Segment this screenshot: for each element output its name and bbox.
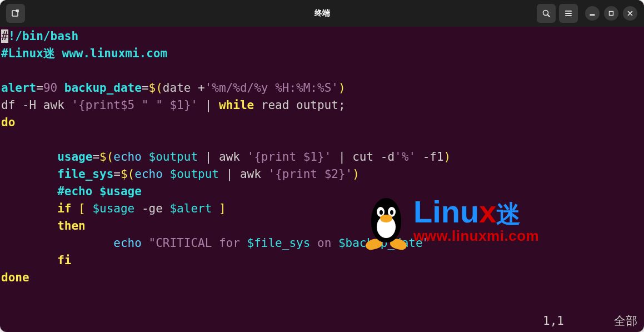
close-icon	[627, 10, 633, 17]
var-file-sys: $file_sys	[247, 236, 311, 250]
cmd-date: date +	[163, 81, 205, 95]
code-line-13: echo "CRITICAL for $file_sys on $backup_…	[1, 235, 643, 252]
minimize-button[interactable]	[585, 6, 600, 21]
search-button[interactable]	[537, 4, 556, 23]
awk-string: '{print $2}'	[268, 167, 353, 181]
read-output: read output;	[254, 98, 345, 112]
indent	[1, 254, 57, 267]
code-line-10: #echo $usage	[1, 183, 643, 200]
code-line-1: #!/bin/bash	[1, 28, 643, 45]
cut-f1: -f1	[416, 150, 444, 163]
svg-rect-3	[565, 11, 572, 12]
indent	[1, 202, 57, 215]
eq: =	[36, 81, 43, 95]
code-line-6: do	[1, 114, 643, 131]
svg-rect-6	[590, 14, 595, 16]
code-line-15: done	[1, 269, 643, 286]
indent	[1, 167, 57, 181]
kw-fi: fi	[57, 254, 71, 267]
cmd-echo: echo	[134, 167, 169, 181]
minimize-icon	[589, 10, 596, 17]
str-close: "	[423, 236, 430, 250]
code-line-9: file_sys=$(echo $output | awk '{print $2…	[1, 166, 643, 183]
new-tab-button[interactable]	[6, 4, 25, 23]
code-line-11: if [ $usage -ge $alert ]	[1, 200, 643, 217]
pipe: |	[198, 98, 219, 112]
code-line-8: usage=$(echo $output | awk '{print $1}' …	[1, 148, 643, 166]
terminal-viewport[interactable]: #!/bin/bash #Linux迷 www.linuxmi.com aler…	[0, 27, 644, 332]
search-icon	[542, 9, 551, 18]
svg-rect-7	[610, 12, 613, 16]
hamburger-icon	[564, 9, 573, 18]
code-line-5: df -H awk '{print$5 " " $1}' | while rea…	[1, 97, 643, 114]
svg-point-1	[543, 11, 548, 16]
sub-open: $(	[121, 167, 134, 181]
cursor-position: 1,1	[543, 313, 564, 330]
maximize-icon	[608, 10, 615, 17]
var-alert: alert	[1, 81, 36, 95]
pipe-cut: | cut -d	[331, 150, 395, 163]
var-backup-date: $backup_date	[338, 236, 423, 250]
new-tab-icon	[11, 9, 20, 18]
pipe-awk: | awk	[219, 167, 268, 181]
titlebar: 终端	[0, 0, 644, 27]
sub-close: )	[444, 150, 451, 163]
str-open: "	[149, 236, 156, 250]
cmd-echo: echo	[113, 150, 148, 163]
date-format-string: '%m/%d/%y %H:%M:%S'	[205, 81, 338, 95]
eq: =	[113, 167, 121, 181]
code-line-3	[1, 62, 643, 80]
eq: =	[92, 150, 99, 163]
code-line-4: alert=90 backup_date=$(date +'%m/%d/%y %…	[1, 80, 643, 97]
str-critical: CRITICAL for	[156, 236, 247, 250]
comment-echo-usage: #echo $usage	[57, 185, 142, 198]
kw-while: while	[219, 98, 254, 112]
var-file-sys: file_sys	[57, 167, 113, 181]
op-ge: -ge	[134, 202, 169, 215]
num-90: 90	[43, 81, 57, 95]
code-line-2: #Linux迷 www.linuxmi.com	[1, 45, 643, 62]
pct-string: '%'	[395, 150, 416, 163]
code-line-7	[1, 131, 643, 148]
sub-close: )	[338, 81, 346, 95]
cursor: #	[1, 29, 8, 43]
sub-close: )	[352, 167, 360, 181]
menu-button[interactable]	[559, 4, 578, 23]
svg-rect-5	[565, 15, 572, 16]
svg-line-2	[548, 15, 550, 17]
code-line-12: then	[1, 217, 643, 235]
cmd-df: df -H awk	[1, 98, 71, 112]
cmd-echo: echo	[113, 236, 148, 250]
var-backup-date: backup_date	[57, 81, 142, 95]
code-line-14: fi	[1, 252, 643, 269]
var-output: $output	[169, 167, 219, 181]
pipe-awk: | awk	[198, 150, 247, 163]
indent	[1, 150, 57, 163]
var-alert: $alert	[169, 202, 212, 215]
awk-string: '{print $1}'	[247, 150, 332, 163]
svg-rect-4	[565, 13, 572, 14]
bracket-open: [	[71, 202, 92, 215]
var-usage: $usage	[92, 202, 134, 215]
shebang: !/bin/bash	[8, 29, 78, 43]
eq: =	[142, 81, 149, 95]
var-usage: usage	[57, 150, 92, 163]
sub-open: $(	[149, 81, 163, 95]
bracket-close: ]	[212, 202, 226, 215]
indent	[1, 236, 113, 250]
terminal-window: 终端 #!/bin/bash #Linux迷 www.linuxmi.com a…	[0, 0, 644, 332]
kw-then: then	[57, 219, 86, 232]
scroll-indicator: 全部	[614, 313, 637, 330]
awk-string: '{print$5 " " $1}'	[71, 98, 198, 112]
kw-if: if	[57, 202, 71, 215]
indent	[1, 219, 57, 232]
vim-status: 1,1 全部	[543, 313, 637, 330]
close-button[interactable]	[623, 6, 637, 21]
sub-open: $(	[99, 150, 113, 163]
indent	[1, 185, 57, 198]
str-on: on	[310, 236, 338, 250]
var-output: $output	[149, 150, 198, 163]
maximize-button[interactable]	[604, 6, 618, 21]
